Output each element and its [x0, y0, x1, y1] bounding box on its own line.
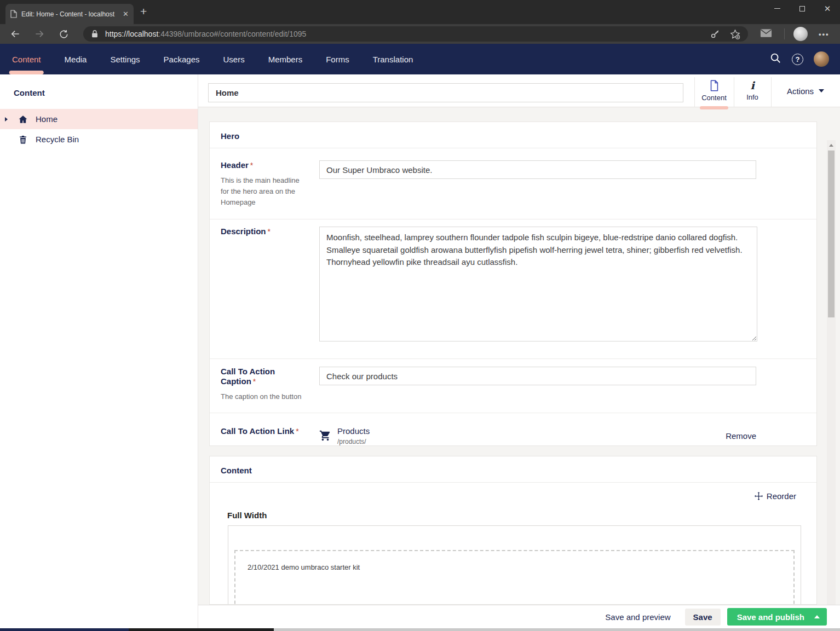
- favorites-button[interactable]: [730, 29, 740, 39]
- umbraco-top-nav: Content Media Settings Packages Users Me…: [0, 44, 840, 74]
- move-icon: [755, 492, 763, 500]
- scroll-up-arrow-icon[interactable]: [829, 144, 833, 147]
- active-nav-indicator: [9, 71, 44, 74]
- nav-label: Translation: [373, 55, 413, 64]
- minimize-button[interactable]: [764, 0, 790, 17]
- mail-icon: [760, 28, 772, 38]
- key-icon: [710, 29, 720, 39]
- property-label: Header: [221, 160, 249, 170]
- block-drop-area[interactable]: 2/10/2021 demo umbraco starter kit: [234, 550, 795, 605]
- content-tree-sidebar: Content Home Recycle Bin: [0, 74, 198, 628]
- user-avatar[interactable]: [814, 51, 829, 67]
- property-header: Header* This is the main headline for th…: [210, 148, 816, 219]
- nav-label: Settings: [110, 55, 140, 64]
- remove-link-button[interactable]: Remove: [726, 431, 756, 441]
- editor-header: Content i Info Actions: [198, 74, 840, 107]
- address-bar[interactable]: https://localhost:44398/umbraco#/content…: [83, 26, 748, 42]
- nav-right-controls: ?: [769, 51, 840, 67]
- sidebar-section-title: Content: [0, 74, 198, 97]
- save-and-preview-button[interactable]: Save and preview: [605, 612, 670, 622]
- forward-button[interactable]: [33, 27, 46, 40]
- lock-icon: [91, 30, 99, 38]
- browser-toolbar: https://localhost:44398/umbraco#/content…: [0, 24, 840, 44]
- info-icon: i: [750, 80, 754, 91]
- password-key-button[interactable]: [710, 29, 720, 39]
- mail-button[interactable]: [760, 28, 772, 40]
- nav-item-users[interactable]: Users: [223, 44, 244, 74]
- nav-label: Forms: [326, 55, 349, 64]
- save-and-publish-button[interactable]: Save and publish: [727, 608, 827, 626]
- star-add-icon: [730, 29, 740, 39]
- scrollbar-thumb[interactable]: [828, 150, 835, 317]
- browser-profile-avatar[interactable]: [793, 27, 808, 41]
- tab-title: Edit: Home - Content - localhost: [21, 10, 118, 18]
- tab-content[interactable]: Content: [694, 74, 734, 107]
- tree-item-recycle-bin[interactable]: Recycle Bin: [0, 129, 198, 149]
- expand-caret-icon[interactable]: [5, 117, 14, 121]
- property-cta-link: Call To Action Link* Products /products/…: [210, 413, 816, 446]
- nav-label: Users: [223, 55, 244, 64]
- close-button[interactable]: ✕: [815, 0, 840, 17]
- new-tab-button[interactable]: +: [140, 5, 147, 17]
- tree-item-home[interactable]: Home: [0, 109, 198, 129]
- cta-caption-input[interactable]: [319, 367, 756, 385]
- document-icon: [710, 80, 719, 91]
- toolbar-right: •••: [748, 27, 838, 41]
- group-title: Hero: [210, 122, 816, 148]
- property-description-field: Description* Moonfish, steelhead, lampre…: [210, 219, 816, 359]
- property-description: The caption on the button: [221, 391, 308, 402]
- help-button[interactable]: ?: [792, 54, 803, 65]
- actions-dropdown[interactable]: Actions: [771, 74, 840, 107]
- required-indicator: *: [296, 427, 298, 436]
- linked-page-title: Products: [337, 426, 370, 436]
- property-label-block: Header* This is the main headline for th…: [221, 160, 308, 208]
- nav-item-media[interactable]: Media: [65, 44, 87, 74]
- nav-item-forms[interactable]: Forms: [326, 44, 349, 74]
- reorder-button[interactable]: Reorder: [755, 491, 796, 501]
- toolbar-divider: [784, 28, 785, 39]
- tree-item-label: Recycle Bin: [36, 135, 79, 144]
- tab-close-icon[interactable]: ✕: [123, 10, 129, 18]
- tab-info[interactable]: i Info: [734, 74, 771, 107]
- block-preview-text: 2/10/2021 demo umbraco starter kit: [248, 563, 360, 571]
- tree-item-label: Home: [36, 114, 57, 124]
- browser-menu-button[interactable]: •••: [819, 30, 830, 38]
- browser-tab[interactable]: Edit: Home - Content - localhost ✕: [5, 4, 134, 24]
- group-title: Content: [210, 456, 816, 483]
- block-full-width[interactable]: Full Width 2/10/2021 demo umbraco starte…: [221, 511, 806, 605]
- chevron-up-icon: [814, 615, 820, 618]
- nav-item-packages[interactable]: Packages: [164, 44, 200, 74]
- screen-bottom-edge: [0, 628, 840, 631]
- refresh-button[interactable]: [57, 27, 70, 40]
- editor-footer: Save and preview Save Save and publish: [198, 605, 840, 628]
- save-and-publish-label: Save and publish: [737, 612, 804, 622]
- back-button[interactable]: [9, 27, 22, 40]
- nav-item-translation[interactable]: Translation: [373, 44, 413, 74]
- tab-label: Info: [746, 93, 758, 101]
- document-name-input[interactable]: [208, 83, 683, 102]
- property-label: Description: [221, 227, 266, 236]
- nav-label: Packages: [164, 55, 200, 64]
- property-label: Call To Action Caption: [221, 367, 275, 386]
- property-label: Call To Action Link: [221, 426, 294, 436]
- tab-label: Content: [701, 94, 727, 102]
- nav-item-settings[interactable]: Settings: [110, 44, 140, 74]
- save-button[interactable]: Save: [685, 609, 721, 626]
- search-button[interactable]: [769, 52, 781, 66]
- nav-item-members[interactable]: Members: [268, 44, 303, 74]
- maximize-button[interactable]: [790, 0, 815, 17]
- nav-item-content[interactable]: Content: [12, 44, 41, 74]
- linked-page-info[interactable]: Products /products/: [337, 426, 370, 445]
- back-icon: [10, 28, 21, 39]
- active-tab-indicator: [700, 106, 728, 109]
- bottom-edge-segment: [274, 628, 840, 631]
- property-label-block: Call To Action Caption* The caption on t…: [221, 367, 308, 402]
- block-frame: 2/10/2021 demo umbraco starter kit: [228, 525, 801, 605]
- home-icon: [18, 114, 28, 124]
- required-indicator: *: [268, 227, 271, 236]
- header-input[interactable]: [319, 160, 756, 179]
- description-textarea[interactable]: Moonfish, steelhead, lamprey southern fl…: [319, 227, 757, 341]
- linked-page-row: Products /products/ Remove: [319, 426, 756, 445]
- window-controls: ✕: [764, 0, 840, 17]
- vertical-scrollbar[interactable]: [827, 140, 836, 605]
